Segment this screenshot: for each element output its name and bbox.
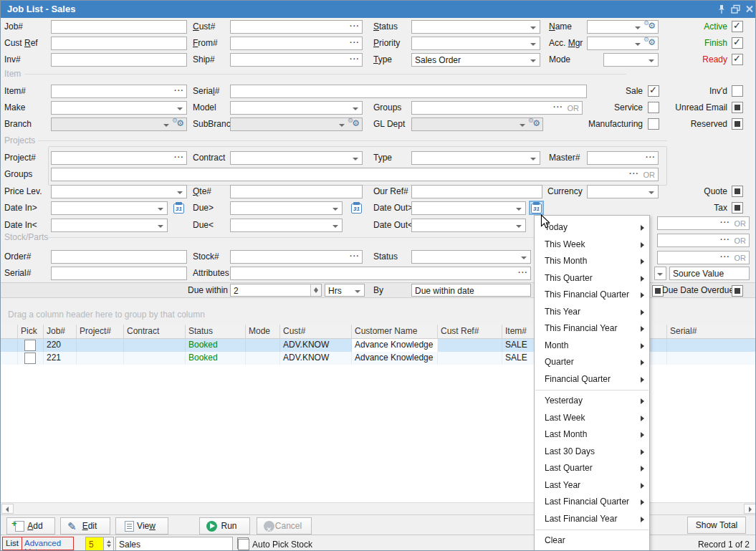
serial-cell[interactable] <box>667 339 756 352</box>
status-cell[interactable]: Booked <box>186 339 246 352</box>
ellipsis-button[interactable] <box>350 54 360 63</box>
chevron-down-icon[interactable] <box>339 124 345 127</box>
menu-item-quarter[interactable]: Quarter <box>535 354 649 371</box>
edit-button[interactable]: Edit <box>60 517 110 535</box>
contract-cell[interactable] <box>124 352 186 365</box>
cancel-button[interactable]: Cancel <box>257 517 312 535</box>
inv-input[interactable] <box>51 53 187 67</box>
cust-ref-cell[interactable] <box>438 352 502 365</box>
menu-item-month[interactable]: Month <box>535 337 649 355</box>
status-dropdown[interactable] <box>411 20 540 34</box>
price-lev-dropdown[interactable] <box>51 185 187 198</box>
menu-item-yesterday[interactable]: Yesterday <box>535 393 649 410</box>
pick-checkbox[interactable] <box>24 340 36 351</box>
master-input[interactable] <box>587 151 659 165</box>
acc-mgr-dropdown[interactable] <box>587 37 659 50</box>
add-button[interactable]: Add <box>6 517 55 535</box>
calendar-icon-active[interactable] <box>530 202 542 214</box>
chevron-down-icon[interactable] <box>177 191 183 194</box>
chevron-down-icon[interactable] <box>521 257 527 259</box>
pick-cell[interactable] <box>18 352 44 365</box>
serial-cell[interactable] <box>667 352 756 365</box>
chevron-down-icon[interactable] <box>353 107 358 110</box>
or-filter-field-3[interactable]: OR <box>657 251 750 264</box>
by-field[interactable]: Due within date <box>411 284 531 297</box>
status-cell[interactable]: Booked <box>186 352 246 365</box>
chevron-down-icon[interactable] <box>657 273 663 276</box>
gear-icon[interactable] <box>528 120 540 130</box>
menu-item-last-financial-year[interactable]: Last Financial Year <box>535 511 649 528</box>
chevron-down-icon[interactable] <box>163 124 169 127</box>
source-dropdown[interactable] <box>654 267 666 280</box>
auto-pick-stock-checkbox[interactable] <box>238 539 249 550</box>
ellipsis-button[interactable] <box>518 268 528 277</box>
chevron-down-icon[interactable] <box>355 290 360 293</box>
make-dropdown[interactable] <box>51 101 187 115</box>
chevron-down-icon[interactable] <box>353 158 358 160</box>
titlebar[interactable]: Job List - Sales <box>1 1 755 18</box>
ellipsis-button[interactable] <box>720 218 730 226</box>
invd-checkbox[interactable] <box>732 85 743 97</box>
grid-header-serial[interactable]: Serial# <box>667 325 756 339</box>
model-dropdown[interactable] <box>230 101 363 115</box>
currency-dropdown[interactable] <box>587 185 659 198</box>
serial-input[interactable] <box>230 85 587 98</box>
chevron-down-icon[interactable] <box>332 208 338 211</box>
chevron-down-icon[interactable] <box>530 43 536 46</box>
restore-window-icon[interactable] <box>730 4 742 14</box>
contract-dropdown[interactable] <box>230 151 363 165</box>
menu-item-last-30-days[interactable]: Last 30 Days <box>535 444 649 461</box>
grid-header-job[interactable]: Job# <box>44 325 77 339</box>
branch-dropdown[interactable] <box>51 118 187 131</box>
close-icon[interactable] <box>745 4 756 14</box>
chevron-down-icon[interactable] <box>530 59 536 62</box>
customer-name-cell[interactable]: Advance Knowledge <box>352 339 438 352</box>
gear-icon[interactable] <box>348 120 360 130</box>
chevron-down-icon[interactable] <box>177 107 183 110</box>
our-ref-input[interactable] <box>411 185 542 198</box>
show-total-button[interactable]: Show Total <box>687 517 746 534</box>
ellipsis-button[interactable] <box>553 102 563 111</box>
cust-cell[interactable]: ADV.KNOW <box>280 352 352 365</box>
scroll-right-icon[interactable] <box>744 504 756 514</box>
chevron-down-icon[interactable] <box>520 124 525 127</box>
due-gt-dropdown[interactable] <box>230 201 343 215</box>
job-cell[interactable]: 221 <box>44 352 77 365</box>
chevron-down-icon[interactable] <box>516 225 522 228</box>
chevron-down-icon[interactable] <box>635 27 641 29</box>
grid-header-status[interactable]: Status <box>186 325 246 339</box>
ellipsis-button[interactable] <box>350 38 360 47</box>
cust-input[interactable] <box>230 20 363 34</box>
chevron-down-icon[interactable] <box>332 225 338 228</box>
or-filter-field-1[interactable]: OR <box>657 216 750 230</box>
priority-dropdown[interactable] <box>411 37 540 50</box>
mode-cell[interactable] <box>246 339 280 352</box>
grid-header-pick[interactable]: Pick <box>18 325 44 339</box>
menu-item-this-week[interactable]: This Week <box>535 236 649 254</box>
tab-list[interactable]: List <box>6 539 19 547</box>
menu-item-this-quarter[interactable]: This Quarter <box>535 270 649 287</box>
cust-ref-cell[interactable] <box>438 339 502 352</box>
ellipsis-button[interactable] <box>646 153 656 161</box>
menu-item-this-financial-quarter[interactable]: This Financial Quarter <box>535 287 649 304</box>
run-button[interactable]: Run <box>199 517 250 535</box>
menu-item-this-year[interactable]: This Year <box>535 304 649 321</box>
tax-checkbox[interactable] <box>732 202 743 214</box>
date-out-gt-dropdown[interactable] <box>411 201 526 215</box>
source-value-field[interactable]: Source Value <box>669 267 750 280</box>
item-input[interactable] <box>51 85 187 98</box>
ellipsis-button[interactable] <box>350 21 360 30</box>
name-dropdown[interactable] <box>587 20 659 34</box>
tab-advanced-list[interactable]: Advanced List <box>24 539 73 551</box>
menu-item-last-month[interactable]: Last Month <box>535 426 649 444</box>
view-button[interactable]: View <box>115 517 168 535</box>
menu-item-last-week[interactable]: Last Week <box>535 410 649 427</box>
list-name-field[interactable]: Sales <box>115 537 233 551</box>
grid-header-contract[interactable]: Contract <box>124 325 186 339</box>
list-count-spinner[interactable] <box>103 537 114 551</box>
gear-icon[interactable] <box>172 120 184 130</box>
contract-cell[interactable] <box>124 339 186 352</box>
calendar-icon[interactable] <box>350 202 363 214</box>
order-input[interactable] <box>51 250 187 264</box>
ellipsis-button[interactable] <box>350 251 360 260</box>
